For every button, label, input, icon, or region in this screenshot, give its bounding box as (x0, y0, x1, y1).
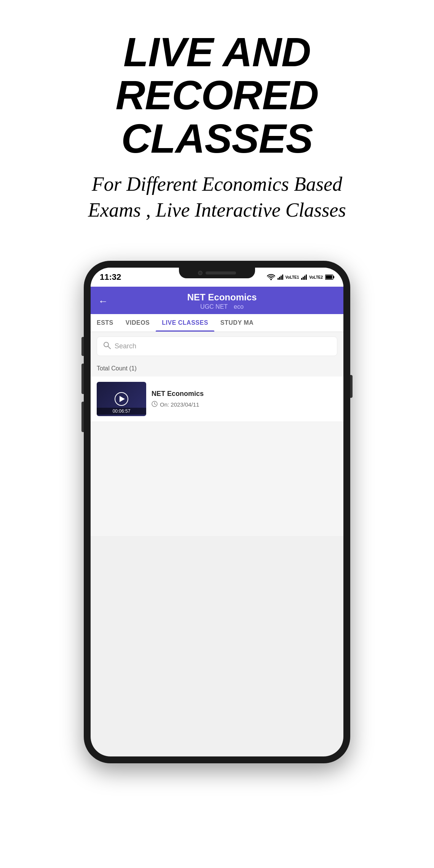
subtitle-tag2: eco (234, 303, 244, 310)
video-date: On: 2023/04/11 (152, 401, 337, 408)
power-button (350, 375, 353, 398)
svg-point-3 (104, 342, 108, 347)
app-header: ← NET Economics UGC NET eco (91, 287, 343, 314)
tab-live-classes[interactable]: LIVE CLASSES (156, 314, 214, 332)
phone-notch (179, 268, 255, 278)
app-subtitle: UGC NET eco (108, 303, 336, 310)
hero-section: LIVE AND RECORED CLASSES For Different E… (0, 0, 434, 238)
lte1-label: VoLTE1 (286, 275, 299, 279)
content-area: Total Count (1) 00:06:57 NET Economics (91, 361, 343, 536)
search-bar-container: Search (91, 332, 343, 361)
lte2-label: VoLTE2 (309, 275, 323, 279)
svg-line-7 (155, 404, 156, 405)
video-duration: 00:06:57 (97, 408, 146, 415)
svg-line-4 (108, 346, 110, 349)
search-placeholder: Search (115, 342, 136, 350)
signal-lte2-icon (301, 274, 307, 280)
total-count-label: Total Count (1) (91, 361, 343, 377)
video-list-item[interactable]: 00:06:57 NET Economics (91, 377, 343, 422)
status-time: 11:32 (100, 272, 121, 282)
tab-bar: ESTS VIDEOS LIVE CLASSES STUDY MA (91, 314, 343, 332)
hero-subtitle-line1: For Different Economics Based (92, 173, 342, 195)
tab-videos[interactable]: VIDEOS (120, 314, 156, 332)
hero-title-line3: CLASSES (121, 115, 313, 161)
phone-speaker (206, 271, 236, 274)
video-date-text: On: 2023/04/11 (160, 401, 199, 408)
tab-tests[interactable]: ESTS (91, 314, 120, 332)
volume-down-button (81, 402, 84, 432)
phone-screen: 11:32 VoLTE1 (91, 268, 343, 756)
status-icons: VoLTE1 VoLTE2 (267, 274, 335, 280)
video-title: NET Economics (152, 390, 337, 398)
app-title: NET Economics (108, 292, 336, 303)
header-title-section: NET Economics UGC NET eco (108, 292, 336, 310)
search-icon (103, 341, 111, 351)
signal-lte1-icon (278, 274, 283, 280)
hero-subtitle-line2: Exams , Live Interactive Classes (88, 199, 346, 221)
hero-title-line2: RECORED (115, 72, 318, 118)
svg-rect-2 (326, 276, 332, 279)
video-thumbnail: 00:06:57 (97, 382, 146, 416)
clock-icon (152, 401, 158, 408)
svg-rect-1 (333, 276, 334, 278)
phone-outer-shell: 11:32 VoLTE1 (84, 261, 350, 763)
play-button-icon (115, 392, 128, 406)
search-bar[interactable]: Search (97, 337, 337, 356)
play-triangle (120, 396, 125, 402)
content-bottom-filler (91, 422, 343, 536)
mute-button (81, 337, 84, 356)
hero-subtitle: For Different Economics Based Exams , Li… (38, 171, 396, 223)
tab-study-material[interactable]: STUDY MA (214, 314, 260, 332)
subtitle-tag1: UGC NET (200, 303, 228, 310)
hero-title: LIVE AND RECORED CLASSES (38, 30, 396, 160)
back-button[interactable]: ← (98, 295, 108, 307)
phone-camera (198, 271, 203, 275)
volume-up-button (81, 364, 84, 394)
hero-title-line1: LIVE AND (123, 29, 311, 75)
phone-mockup-container: 11:32 VoLTE1 (0, 261, 434, 786)
battery-icon (325, 274, 334, 280)
wifi-icon (267, 274, 275, 280)
video-info: NET Economics On: 2023/04/11 (152, 390, 337, 408)
